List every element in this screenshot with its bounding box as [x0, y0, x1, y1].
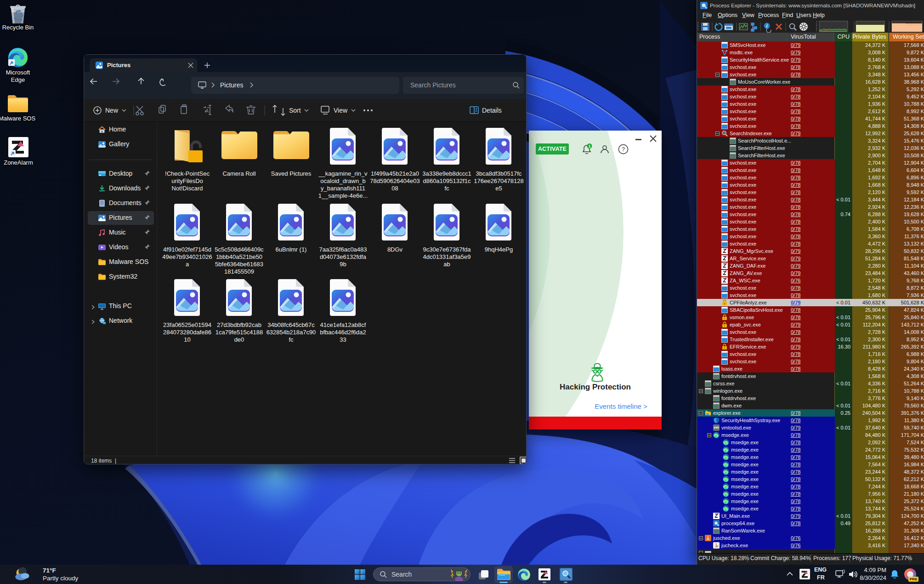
- svg-text:1: 1: [589, 144, 591, 149]
- svg-text:i: i: [766, 23, 768, 29]
- svg-text:View: View: [334, 107, 348, 114]
- svg-text:?: ?: [622, 146, 625, 153]
- svg-text:New: New: [105, 107, 119, 114]
- svg-text:Details: Details: [482, 107, 502, 114]
- svg-text:A: A: [205, 108, 209, 114]
- svg-text:Sort: Sort: [289, 107, 301, 114]
